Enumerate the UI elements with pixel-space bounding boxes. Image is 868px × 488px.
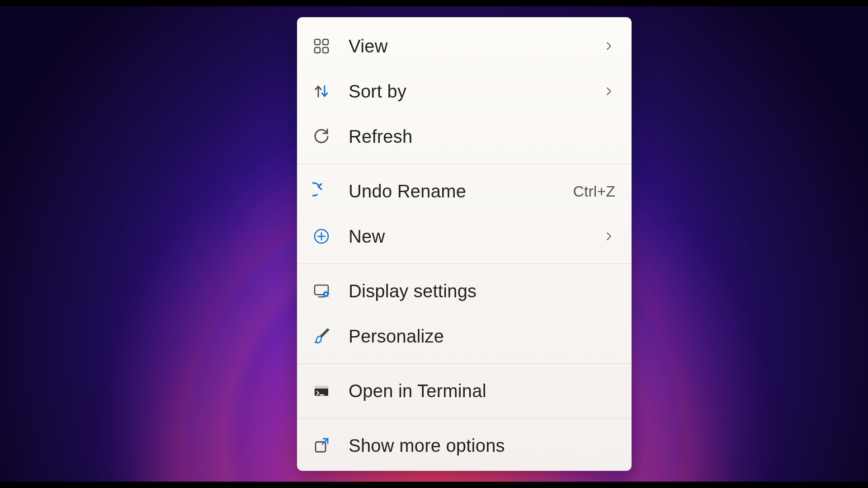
menu-label: Sort by xyxy=(349,81,585,102)
menu-shortcut: Ctrl+Z xyxy=(573,183,616,200)
menu-label: New xyxy=(349,226,585,247)
refresh-icon xyxy=(311,127,331,146)
menu-item-view[interactable]: View xyxy=(297,23,632,69)
menu-item-new[interactable]: New xyxy=(297,214,632,259)
menu-item-refresh[interactable]: Refresh xyxy=(297,114,632,159)
menu-separator xyxy=(297,418,632,418)
chevron-right-icon xyxy=(603,40,615,52)
menu-label: View xyxy=(349,36,585,56)
sort-icon xyxy=(311,81,331,101)
grid-icon xyxy=(311,36,331,56)
expand-icon xyxy=(311,436,331,455)
svg-rect-3 xyxy=(323,47,328,53)
svg-rect-9 xyxy=(315,386,328,389)
menu-label: Personalize xyxy=(349,326,615,347)
undo-icon xyxy=(311,181,331,201)
desktop-context-menu: View Sort by Refresh xyxy=(297,17,632,471)
menu-item-open-in-terminal[interactable]: Open in Terminal xyxy=(297,368,632,413)
menu-label: Open in Terminal xyxy=(349,381,615,401)
menu-separator xyxy=(297,263,632,264)
menu-item-display-settings[interactable]: Display settings xyxy=(297,268,632,314)
svg-rect-0 xyxy=(315,39,320,45)
menu-item-show-more-options[interactable]: Show more options xyxy=(297,423,632,468)
plus-circle-icon xyxy=(311,226,331,246)
letterbox-bottom xyxy=(0,482,868,488)
menu-separator xyxy=(297,164,632,164)
terminal-icon xyxy=(311,381,331,401)
menu-label: Refresh xyxy=(349,127,615,147)
paintbrush-icon xyxy=(311,326,331,346)
menu-item-personalize[interactable]: Personalize xyxy=(297,314,632,359)
svg-point-7 xyxy=(325,293,327,296)
menu-label: Show more options xyxy=(349,436,615,456)
letterbox-top xyxy=(0,0,868,6)
chevron-right-icon xyxy=(603,230,615,243)
menu-item-sort-by[interactable]: Sort by xyxy=(297,69,632,114)
svg-rect-2 xyxy=(315,47,320,53)
menu-separator xyxy=(297,363,632,364)
menu-label: Undo Rename xyxy=(349,181,556,202)
chevron-right-icon xyxy=(603,85,615,98)
svg-rect-10 xyxy=(316,442,326,452)
display-settings-icon xyxy=(311,281,331,301)
svg-rect-1 xyxy=(323,39,328,45)
menu-item-undo[interactable]: Undo Rename Ctrl+Z xyxy=(297,169,632,214)
menu-label: Display settings xyxy=(349,281,615,301)
